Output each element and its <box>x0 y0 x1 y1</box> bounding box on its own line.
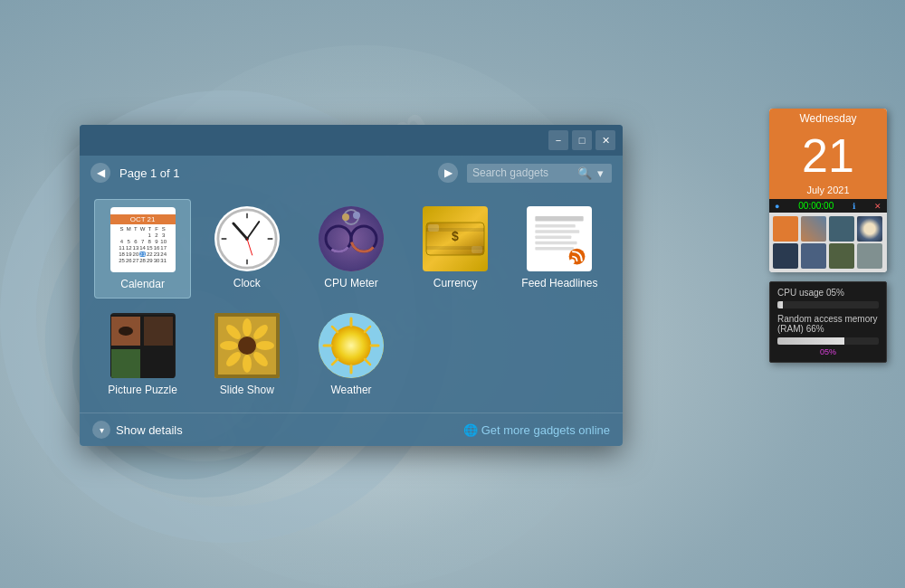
clock-label: Clock <box>233 277 261 289</box>
cpu-meter-icon <box>319 206 384 271</box>
show-details-label: Show details <box>116 423 183 437</box>
picture-puzzle-label: Picture Puzzle <box>108 384 177 396</box>
grid-cell-8 <box>857 243 882 269</box>
grid-cell-4 <box>857 216 882 242</box>
svg-point-16 <box>353 212 360 219</box>
window-footer: ▾ Show details 🌐 Get more gadgets online <box>80 413 623 446</box>
close-button[interactable]: ✕ <box>595 130 615 150</box>
feed-headlines-icon <box>527 206 592 271</box>
cpu-gadget: CPU usage 05% Random access memory (RAM)… <box>769 281 887 363</box>
cpu-usage-label: CPU usage 05% <box>777 288 879 298</box>
svg-point-40 <box>238 337 256 355</box>
svg-rect-24 <box>536 216 584 221</box>
page-label: Page 1 of 1 <box>119 166 429 180</box>
calendar-gadget-month-year: July 2021 <box>769 183 887 199</box>
gadget-item-feed-headlines[interactable]: Feed Headlines <box>511 199 608 299</box>
grid-cell-6 <box>801 243 826 269</box>
calendar-icon: OCT 21 SMTWTFS 123 45678910 111213141516… <box>110 207 176 272</box>
gadget-item-weather[interactable]: Weather <box>302 306 399 403</box>
ram-bar <box>777 337 844 345</box>
svg-point-43 <box>220 341 238 350</box>
gadget-item-picture-puzzle[interactable]: Picture Puzzle <box>94 306 191 403</box>
get-more-gadgets-link[interactable]: 🌐 Get more gadgets online <box>463 423 610 437</box>
svg-text:$: $ <box>452 229 459 243</box>
weather-label: Weather <box>330 384 371 396</box>
slide-show-label: Slide Show <box>220 384 274 396</box>
calendar-gadget-image-grid <box>769 213 887 272</box>
svg-rect-35 <box>111 349 140 378</box>
gadget-item-slide-show[interactable]: Slide Show <box>198 306 295 403</box>
svg-point-42 <box>243 355 252 373</box>
window-toolbar: ◀ Page 1 of 1 ▶ 🔍 ▾ <box>80 156 623 190</box>
gadget-item-cpu-meter[interactable]: CPU Meter <box>302 199 399 299</box>
cpu-meter-label: CPU Meter <box>324 277 377 289</box>
svg-point-15 <box>342 213 349 221</box>
calendar-gadget: Wednesday 21 July 2021 ● 00:00:00 ℹ ✕ <box>769 109 887 272</box>
svg-point-44 <box>256 341 274 350</box>
svg-rect-34 <box>144 317 173 346</box>
next-page-button[interactable]: ▶ <box>438 163 458 183</box>
window-titlebar: − □ ✕ <box>80 125 623 156</box>
gadget-item-currency[interactable]: $ Currency <box>407 199 504 299</box>
search-input[interactable] <box>472 166 572 179</box>
calendar-gadget-day: 21 <box>769 128 887 183</box>
search-box: 🔍 ▾ <box>467 164 612 183</box>
gadget-item-clock[interactable]: Clock <box>198 199 295 299</box>
ram-bar-container <box>777 337 879 345</box>
svg-rect-36 <box>144 349 173 378</box>
grid-cell-2 <box>801 216 826 242</box>
ram-label: Random access memory (RAM) 66% <box>777 314 879 334</box>
grid-cell-5 <box>773 243 798 269</box>
picture-puzzle-icon <box>110 313 176 378</box>
svg-rect-27 <box>536 235 572 239</box>
grid-cell-3 <box>829 216 854 242</box>
gadget-gallery-window: − □ ✕ ◀ Page 1 of 1 ▶ 🔍 ▾ OCT 21 SMTWTFS… <box>80 125 623 446</box>
svg-rect-21 <box>428 224 439 232</box>
search-button[interactable]: 🔍 <box>577 166 592 180</box>
restore-button[interactable]: □ <box>572 130 592 150</box>
minimize-button[interactable]: − <box>548 130 568 150</box>
gadget-item-calendar[interactable]: OCT 21 SMTWTFS 123 45678910 111213141516… <box>94 199 191 299</box>
clock-icon <box>214 206 280 271</box>
svg-rect-29 <box>536 247 575 251</box>
search-dropdown-button[interactable]: ▾ <box>597 166 604 180</box>
weather-icon <box>319 313 384 378</box>
grid-cell-7 <box>829 243 854 269</box>
gadgets-grid: OCT 21 SMTWTFS 123 45678910 111213141516… <box>80 190 623 413</box>
cpu-bar-container <box>777 301 879 308</box>
svg-rect-28 <box>536 242 577 245</box>
svg-point-31 <box>570 259 575 263</box>
svg-rect-25 <box>536 224 576 228</box>
prev-page-button[interactable]: ◀ <box>90 163 110 183</box>
cpu-bar <box>777 301 783 308</box>
sidebar-gadgets: Wednesday 21 July 2021 ● 00:00:00 ℹ ✕ CP… <box>769 109 887 363</box>
svg-point-41 <box>243 318 252 337</box>
calendar-label: Calendar <box>120 278 165 290</box>
feed-headlines-label: Feed Headlines <box>521 277 597 289</box>
grid-cell-1 <box>773 216 798 242</box>
svg-rect-22 <box>472 246 482 253</box>
slide-show-icon <box>214 313 280 378</box>
chevron-down-icon: ▾ <box>92 421 110 439</box>
show-details-button[interactable]: ▾ Show details <box>92 421 183 439</box>
svg-rect-26 <box>536 230 580 233</box>
calendar-gadget-weekday: Wednesday <box>769 109 887 128</box>
ram-percent-label: 05% <box>777 347 879 356</box>
currency-label: Currency <box>433 277 478 289</box>
calendar-gadget-timer: ● 00:00:00 ℹ ✕ <box>769 199 887 213</box>
currency-icon: $ <box>423 206 488 271</box>
